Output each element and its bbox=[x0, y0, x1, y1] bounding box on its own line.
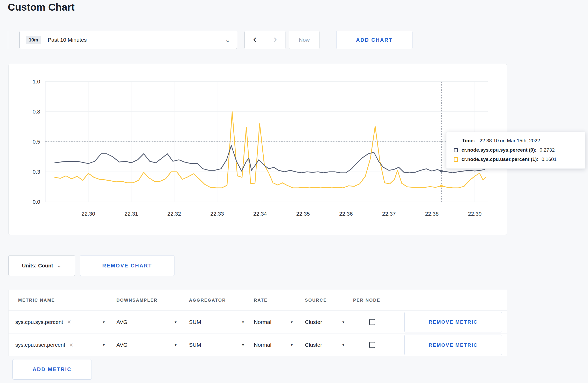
add-metric-button[interactable]: ADD METRIC bbox=[12, 359, 92, 380]
downsampler-select[interactable]: AVG ▾ bbox=[116, 334, 177, 356]
source-value: Cluster bbox=[305, 319, 322, 325]
tooltip-series-label: cr.node.sys.cpu.sys.percent (0): bbox=[461, 147, 536, 153]
clear-metric-icon[interactable]: × bbox=[67, 319, 71, 325]
page-title: Custom Chart bbox=[8, 2, 75, 13]
now-button[interactable]: Now bbox=[289, 31, 320, 49]
custom-chart-page: Custom Chart 10m Past 10 Minutes ⌄ ‹ › N… bbox=[0, 0, 588, 383]
chart-tooltip: Time: 22:38:10 on Mar 15th, 2022 cr.node… bbox=[446, 132, 585, 169]
svg-text:0.3: 0.3 bbox=[33, 169, 40, 175]
rate-value: Normal bbox=[254, 319, 271, 325]
svg-text:22:39: 22:39 bbox=[468, 211, 482, 217]
tooltip-series-value: 0.1601 bbox=[542, 157, 557, 162]
caret-down-icon: ▾ bbox=[242, 343, 244, 347]
aggregator-select[interactable]: SUM ▾ bbox=[189, 334, 244, 356]
rate-value: Normal bbox=[254, 342, 271, 348]
metric-row: sys.cpu.sys.percent × ▾ AVG ▾ SUM ▾ Norm… bbox=[9, 311, 507, 334]
metric-name-select[interactable]: sys.cpu.sys.percent × ▾ bbox=[15, 311, 105, 333]
time-window-badge: 10m bbox=[26, 36, 41, 44]
metrics-line-chart[interactable]: 0.00.30.50.81.022:3022:3122:3222:3322:34… bbox=[9, 64, 507, 235]
svg-text:22:37: 22:37 bbox=[382, 211, 396, 217]
source-value: Cluster bbox=[305, 342, 322, 348]
chevron-down-icon: ⌄ bbox=[57, 263, 61, 268]
svg-text:22:36: 22:36 bbox=[339, 211, 353, 217]
tooltip-time-row: Time: 22:38:10 on Mar 15th, 2022 bbox=[462, 138, 578, 144]
caret-down-icon: ▾ bbox=[342, 343, 344, 347]
caret-down-icon: ▾ bbox=[342, 320, 344, 324]
svg-text:22:34: 22:34 bbox=[253, 211, 267, 217]
tooltip-series-value: 0.2732 bbox=[540, 147, 555, 153]
svg-text:22:33: 22:33 bbox=[210, 211, 224, 217]
svg-text:0.0: 0.0 bbox=[33, 199, 40, 205]
metric-name-select[interactable]: sys.cpu.user.percent × ▾ bbox=[15, 334, 105, 356]
add-chart-button[interactable]: ADD CHART bbox=[336, 31, 412, 49]
svg-text:22:38: 22:38 bbox=[425, 211, 439, 217]
caret-down-icon: ▾ bbox=[103, 343, 105, 347]
remove-chart-button[interactable]: REMOVE CHART bbox=[80, 255, 174, 276]
svg-text:22:30: 22:30 bbox=[81, 211, 95, 217]
units-select[interactable]: Units: Count ⌄ bbox=[8, 255, 75, 276]
source-select[interactable]: Cluster ▾ bbox=[305, 334, 344, 356]
remove-metric-button[interactable]: REMOVE METRIC bbox=[404, 335, 502, 355]
svg-text:1.0: 1.0 bbox=[33, 79, 40, 84]
tooltip-time-value: 22:38:10 on Mar 15th, 2022 bbox=[480, 138, 540, 143]
svg-text:22:35: 22:35 bbox=[296, 211, 310, 217]
per-node-checkbox[interactable] bbox=[369, 342, 375, 348]
downsampler-value: AVG bbox=[116, 319, 128, 325]
remove-metric-button[interactable]: REMOVE METRIC bbox=[404, 312, 502, 332]
tooltip-series-label: cr.node.sys.cpu.user.percent (1): bbox=[461, 157, 538, 162]
svg-text:22:32: 22:32 bbox=[167, 211, 181, 217]
time-window-select[interactable]: 10m Past 10 Minutes ⌄ bbox=[19, 31, 237, 49]
caret-down-icon: ▾ bbox=[291, 343, 293, 347]
chevron-left-icon: ‹ bbox=[253, 33, 257, 45]
metric-row: sys.cpu.user.percent × ▾ AVG ▾ SUM ▾ Nor… bbox=[9, 334, 507, 356]
caret-down-icon: ▾ bbox=[174, 320, 177, 324]
caret-down-icon: ▾ bbox=[291, 320, 293, 324]
caret-down-icon: ▾ bbox=[242, 320, 244, 324]
prev-time-button[interactable]: ‹ bbox=[245, 31, 265, 49]
header-metric-name: METRIC NAME bbox=[18, 298, 55, 303]
metric-name-value: sys.cpu.sys.percent bbox=[15, 319, 63, 325]
caret-down-icon: ▾ bbox=[174, 343, 177, 347]
aggregator-value: SUM bbox=[189, 319, 201, 325]
tooltip-time-label: Time: bbox=[462, 138, 475, 143]
svg-text:0.8: 0.8 bbox=[33, 109, 40, 115]
caret-down-icon: ▾ bbox=[103, 320, 105, 324]
series-user-swatch-icon bbox=[454, 157, 458, 162]
units-label: Units: Count bbox=[22, 263, 53, 269]
aggregator-value: SUM bbox=[189, 342, 201, 348]
time-nav-group: ‹ › bbox=[244, 31, 285, 49]
next-time-button[interactable]: › bbox=[265, 31, 285, 49]
aggregator-select[interactable]: SUM ▾ bbox=[189, 311, 244, 333]
metrics-table-header: METRIC NAME DOWNSAMPLER AGGREGATOR RATE … bbox=[9, 290, 507, 311]
header-downsampler: DOWNSAMPLER bbox=[116, 298, 158, 303]
tooltip-series-row: cr.node.sys.cpu.user.percent (1): 0.1601 bbox=[454, 157, 578, 162]
header-rate: RATE bbox=[254, 298, 268, 303]
chart-card: 0.00.30.50.81.022:3022:3122:3222:3322:34… bbox=[8, 64, 507, 235]
downsampler-select[interactable]: AVG ▾ bbox=[116, 311, 177, 333]
source-select[interactable]: Cluster ▾ bbox=[305, 311, 344, 333]
svg-text:22:31: 22:31 bbox=[124, 211, 138, 217]
header-per-node: PER NODE bbox=[353, 298, 380, 303]
metric-name-value: sys.cpu.user.percent bbox=[15, 342, 65, 348]
header-source: SOURCE bbox=[305, 298, 327, 303]
tooltip-series-row: cr.node.sys.cpu.sys.percent (0): 0.2732 bbox=[454, 147, 578, 153]
clear-metric-icon[interactable]: × bbox=[69, 342, 73, 348]
rate-select[interactable]: Normal ▾ bbox=[254, 334, 293, 356]
metrics-table: METRIC NAME DOWNSAMPLER AGGREGATOR RATE … bbox=[8, 290, 507, 356]
header-aggregator: AGGREGATOR bbox=[189, 298, 226, 303]
toolbar-divider bbox=[8, 31, 8, 49]
svg-text:0.5: 0.5 bbox=[33, 139, 40, 145]
chevron-right-icon: › bbox=[274, 33, 277, 45]
chevron-down-icon: ⌄ bbox=[225, 36, 231, 44]
rate-select[interactable]: Normal ▾ bbox=[254, 311, 293, 333]
series-sys-swatch-icon bbox=[454, 148, 458, 152]
per-node-checkbox[interactable] bbox=[369, 319, 375, 325]
time-window-label: Past 10 Minutes bbox=[48, 37, 87, 43]
downsampler-value: AVG bbox=[116, 342, 128, 348]
